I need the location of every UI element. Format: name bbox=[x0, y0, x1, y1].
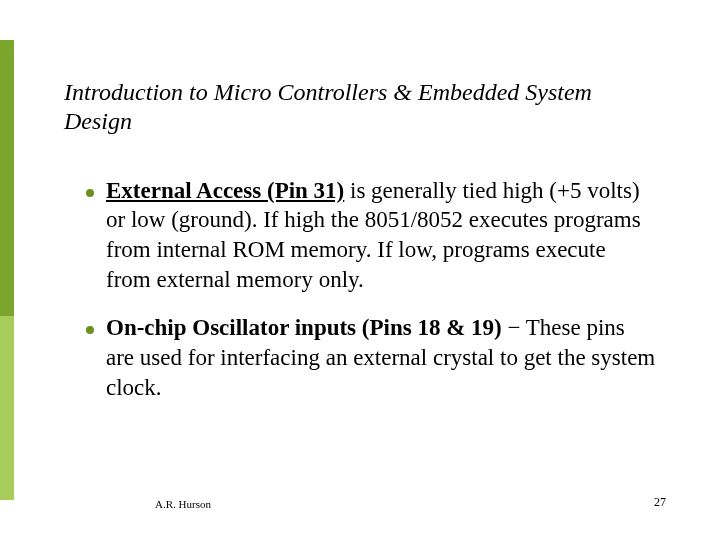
bullet-item: External Access (Pin 31) is generally ti… bbox=[86, 176, 656, 296]
bullet-dot-icon bbox=[86, 189, 94, 197]
bullet-dot-icon bbox=[86, 326, 94, 334]
bullet-text: On-chip Oscillator inputs (Pins 18 & 19)… bbox=[106, 313, 656, 403]
bullet-item: On-chip Oscillator inputs (Pins 18 & 19)… bbox=[86, 313, 656, 403]
footer-author: A.R. Hurson bbox=[155, 498, 211, 510]
slide: Introduction to Micro Controllers & Embe… bbox=[0, 0, 720, 540]
bullet-list: External Access (Pin 31) is generally ti… bbox=[64, 176, 656, 403]
footer-page-number: 27 bbox=[654, 495, 666, 510]
slide-title: Introduction to Micro Controllers & Embe… bbox=[64, 78, 656, 136]
bullet-text: External Access (Pin 31) is generally ti… bbox=[106, 176, 656, 296]
bullet-lead: On-chip Oscillator inputs (Pins 18 & 19) bbox=[106, 315, 502, 340]
bullet-lead: External Access (Pin 31) bbox=[106, 178, 344, 203]
